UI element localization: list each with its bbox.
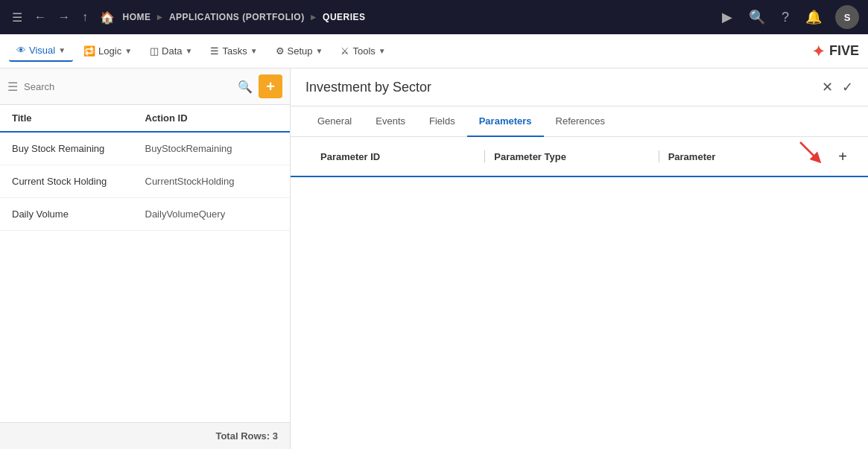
total-rows-bar: Total Rows: 3	[0, 422, 290, 449]
play-icon[interactable]: ▶	[719, 6, 735, 28]
tabs-bar: General Events Fields Parameters Referen…	[291, 106, 868, 137]
setup-icon: ⚙	[276, 45, 285, 57]
up-icon[interactable]: ↑	[79, 7, 91, 27]
row-action-3: DailyVolumeQuery	[145, 208, 279, 220]
breadcrumb-sep-1: ►	[156, 12, 165, 22]
row-title-2: Current Stock Holding	[12, 176, 145, 187]
row-action-1: BuyStockRemaining	[145, 143, 279, 154]
five-logo: ✦ FIVE	[812, 42, 859, 60]
param-id-label: Parameter ID	[320, 151, 380, 162]
col-title-header: Title	[12, 112, 145, 124]
toolbar-tools-label: Tools	[352, 45, 375, 57]
toolbar-visual-label: Visual	[29, 45, 55, 56]
table-body: Buy Stock Remaining BuyStockRemaining Cu…	[0, 133, 290, 422]
list-header: Title Action ID	[0, 105, 290, 133]
toolbar-data[interactable]: ◫ Data ▼	[142, 41, 200, 61]
breadcrumb-sep-2: ►	[309, 12, 318, 22]
search-magnifier-icon[interactable]: 🔍	[238, 80, 253, 94]
tools-icon: ⚔	[340, 45, 349, 57]
tab-fields[interactable]: Fields	[417, 106, 467, 137]
data-dropdown-arrow: ▼	[186, 47, 193, 55]
left-panel: ☰ 🔍 + Title Action ID Buy Stock Remainin…	[0, 69, 291, 449]
search-bar: ☰ 🔍 +	[0, 69, 290, 105]
tab-references[interactable]: References	[544, 106, 617, 137]
confirm-icon[interactable]: ✓	[842, 79, 853, 95]
toolbar-data-label: Data	[162, 45, 182, 57]
breadcrumb: 🏠 HOME ► APPLICATIONS (PORTFOLIO) ► QUER…	[97, 7, 713, 28]
user-avatar[interactable]: S	[835, 5, 859, 29]
row-title-3: Daily Volume	[12, 208, 145, 220]
panel-actions: ✕ ✓	[822, 79, 853, 95]
back-icon[interactable]: ←	[31, 7, 49, 27]
filter-icon[interactable]: ☰	[7, 80, 18, 94]
toolbar-tasks-label: Tasks	[222, 45, 247, 57]
col-action-header: Action ID	[145, 112, 279, 124]
params-header: Parameter ID Parameter Type Parameter +	[291, 137, 868, 177]
col-separator-2	[659, 150, 659, 162]
forward-icon[interactable]: →	[55, 7, 73, 27]
toolbar-visual[interactable]: 👁 Visual ▼	[9, 40, 73, 62]
param-type-col: Parameter Type	[494, 151, 658, 162]
table-row[interactable]: Buy Stock Remaining BuyStockRemaining	[0, 133, 290, 165]
tab-events[interactable]: Events	[364, 106, 417, 137]
setup-dropdown-arrow: ▼	[316, 47, 323, 55]
row-title-1: Buy Stock Remaining	[12, 143, 145, 154]
toolbar-setup-label: Setup	[288, 45, 313, 57]
eye-icon: 👁	[16, 45, 26, 56]
search-input[interactable]	[24, 81, 232, 92]
main-content: ☰ 🔍 + Title Action ID Buy Stock Remainin…	[0, 69, 868, 449]
breadcrumb-queries[interactable]: QUERIES	[323, 12, 366, 22]
svg-line-0	[800, 142, 817, 159]
tab-general[interactable]: General	[305, 106, 364, 137]
home-icon: 🏠	[97, 7, 118, 28]
add-param-container: +	[832, 146, 853, 167]
toolbar-setup[interactable]: ⚙ Setup ▼	[268, 41, 331, 61]
toolbar-logic[interactable]: 🔁 Logic ▼	[76, 41, 139, 61]
logic-icon: 🔁	[83, 45, 95, 57]
add-param-button[interactable]: +	[832, 146, 853, 167]
add-button[interactable]: +	[259, 74, 282, 98]
panel-header: Investment by Sector ✕ ✓	[291, 69, 868, 106]
toolbar-tasks[interactable]: ☰ Tasks ▼	[203, 41, 264, 61]
panel-title: Investment by Sector	[305, 80, 822, 95]
col-separator-1	[484, 150, 485, 162]
params-body	[291, 177, 868, 449]
nav-right: ▶ 🔍 ? 🔔 S	[719, 5, 859, 29]
total-rows-label: Total Rows: 3	[215, 430, 278, 442]
table-row[interactable]: Daily Volume DailyVolumeQuery	[0, 198, 290, 231]
table-row[interactable]: Current Stock Holding CurrentStockHoldin…	[0, 165, 290, 198]
tab-parameters[interactable]: Parameters	[467, 106, 544, 137]
param-type-label: Parameter Type	[494, 151, 566, 162]
tools-dropdown-arrow: ▼	[378, 47, 386, 55]
row-action-2: CurrentStockHolding	[145, 176, 279, 187]
close-icon[interactable]: ✕	[822, 79, 833, 95]
breadcrumb-home[interactable]: HOME	[123, 12, 151, 22]
tasks-dropdown-arrow: ▼	[250, 47, 258, 55]
five-logo-icon: ✦	[812, 42, 825, 60]
tasks-icon: ☰	[210, 45, 219, 57]
param-id-col: Parameter ID	[320, 151, 484, 162]
data-icon: ◫	[150, 45, 159, 57]
toolbar-logic-label: Logic	[98, 45, 121, 57]
five-logo-text: FIVE	[829, 43, 859, 59]
param-label: Parameter	[668, 151, 716, 162]
hamburger-icon[interactable]: ☰	[9, 7, 25, 28]
logic-dropdown-arrow: ▼	[124, 47, 132, 55]
visual-dropdown-arrow: ▼	[58, 46, 66, 54]
search-icon[interactable]: 🔍	[746, 6, 768, 28]
help-icon[interactable]: ?	[779, 7, 792, 28]
top-nav: ☰ ← → ↑ 🏠 HOME ► APPLICATIONS (PORTFOLIO…	[0, 0, 868, 34]
notification-icon[interactable]: 🔔	[802, 6, 825, 28]
params-table: Parameter ID Parameter Type Parameter +	[291, 137, 868, 449]
breadcrumb-portfolio[interactable]: APPLICATIONS (PORTFOLIO)	[169, 12, 305, 22]
arrow-indicator	[796, 138, 826, 168]
right-panel: Investment by Sector ✕ ✓ General Events …	[291, 69, 868, 449]
toolbar-tools[interactable]: ⚔ Tools ▼	[333, 41, 393, 61]
toolbar: 👁 Visual ▼ 🔁 Logic ▼ ◫ Data ▼ ☰ Tasks ▼ …	[0, 34, 868, 69]
